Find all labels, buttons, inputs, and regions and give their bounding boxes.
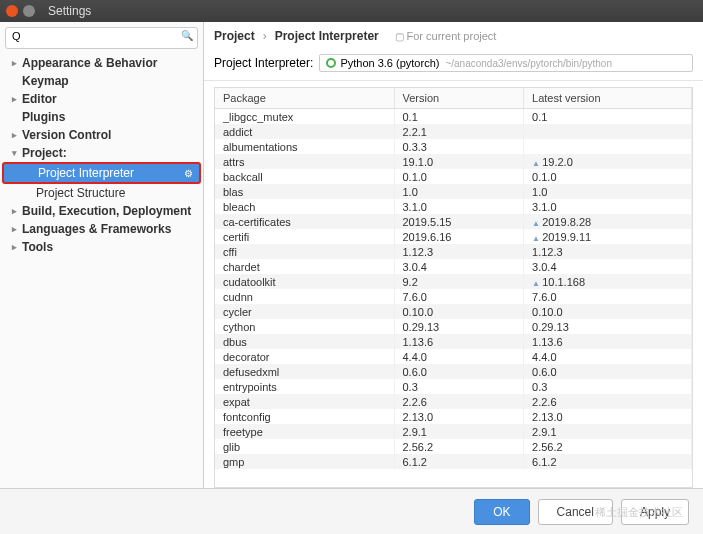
version-cell: 7.6.0 [394,289,524,304]
sidebar-item-appearance-behavior[interactable]: ▸Appearance & Behavior [0,54,203,72]
sidebar-item-build-execution-deployment[interactable]: ▸Build, Execution, Deployment [0,202,203,220]
table-row[interactable]: cudnn7.6.07.6.0 [215,289,692,304]
version-cell: 2.2.6 [394,394,524,409]
package-cell: _libgcc_mutex [215,109,394,125]
package-cell: cffi [215,244,394,259]
cancel-button[interactable]: Cancel [538,499,613,525]
package-cell: addict [215,124,394,139]
package-cell: attrs [215,154,394,169]
table-row[interactable]: expat2.2.62.2.6 [215,394,692,409]
sidebar-item-keymap[interactable]: Keymap [0,72,203,90]
latest-cell: 19.2.0 [524,154,692,169]
settings-tree: ▸Appearance & BehaviorKeymap▸EditorPlugi… [0,54,203,488]
apply-button[interactable]: Apply [621,499,689,525]
latest-cell: 3.0.4 [524,259,692,274]
version-cell: 2.56.2 [394,439,524,454]
latest-cell: 0.29.13 [524,319,692,334]
table-row[interactable]: cycler0.10.00.10.0 [215,304,692,319]
table-row[interactable]: entrypoints0.30.3 [215,379,692,394]
package-cell: blas [215,184,394,199]
table-row[interactable]: bleach3.1.03.1.0 [215,199,692,214]
latest-cell: 0.3 [524,379,692,394]
table-row[interactable]: ca-certificates2019.5.152019.8.28 [215,214,692,229]
close-icon[interactable] [6,5,18,17]
package-cell: freetype [215,424,394,439]
package-cell: entrypoints [215,379,394,394]
latest-cell: 1.0 [524,184,692,199]
latest-cell: 1.13.6 [524,334,692,349]
version-cell: 2.13.0 [394,409,524,424]
packages-table[interactable]: PackageVersionLatest version _libgcc_mut… [214,87,693,488]
table-row[interactable]: blas1.01.0 [215,184,692,199]
sidebar-item-project-structure[interactable]: Project Structure [0,184,203,202]
interpreter-label: Project Interpreter: [214,56,313,70]
table-row[interactable]: defusedxml0.6.00.6.0 [215,364,692,379]
table-row[interactable]: cudatoolkit9.210.1.168 [215,274,692,289]
table-row[interactable]: backcall0.1.00.1.0 [215,169,692,184]
sidebar-item-editor[interactable]: ▸Editor [0,90,203,108]
latest-cell: 2019.9.11 [524,229,692,244]
latest-cell: 1.12.3 [524,244,692,259]
sidebar-item-version-control[interactable]: ▸Version Control [0,126,203,144]
version-cell: 3.1.0 [394,199,524,214]
latest-cell: 0.10.0 [524,304,692,319]
table-row[interactable]: cython0.29.130.29.13 [215,319,692,334]
table-row[interactable]: dbus1.13.61.13.6 [215,334,692,349]
column-header[interactable]: Version [394,88,524,109]
version-cell: 1.12.3 [394,244,524,259]
version-cell: 0.1 [394,109,524,125]
interpreter-select[interactable]: Python 3.6 (pytorch) ~/anaconda3/envs/py… [319,54,693,72]
latest-cell: 7.6.0 [524,289,692,304]
package-cell: dbus [215,334,394,349]
latest-cell: 3.1.0 [524,199,692,214]
sidebar: Q ▸Appearance & BehaviorKeymap▸EditorPlu… [0,22,204,488]
package-cell: cudatoolkit [215,274,394,289]
table-row[interactable]: certifi2019.6.162019.9.11 [215,229,692,244]
caret-icon: ▸ [12,94,22,104]
sidebar-item-plugins[interactable]: Plugins [0,108,203,126]
caret-icon: ▸ [12,242,22,252]
table-row[interactable]: fontconfig2.13.02.13.0 [215,409,692,424]
version-cell: 0.10.0 [394,304,524,319]
latest-cell: 2.2.6 [524,394,692,409]
minimize-icon[interactable] [23,5,35,17]
package-cell: certifi [215,229,394,244]
version-cell: 0.29.13 [394,319,524,334]
version-cell: 2019.6.16 [394,229,524,244]
package-cell: gmp [215,454,394,469]
table-row[interactable]: _libgcc_mutex0.10.1 [215,109,692,125]
package-cell: cycler [215,304,394,319]
gear-icon[interactable]: ⚙ [184,168,193,179]
python-icon [326,58,336,68]
package-cell: albumentations [215,139,394,154]
version-cell: 0.6.0 [394,364,524,379]
table-row[interactable]: gmp6.1.26.1.2 [215,454,692,469]
latest-cell: 4.4.0 [524,349,692,364]
search-input[interactable]: Q [5,27,198,49]
sidebar-item-languages-frameworks[interactable]: ▸Languages & Frameworks [0,220,203,238]
package-cell: chardet [215,259,394,274]
table-row[interactable]: chardet3.0.43.0.4 [215,259,692,274]
package-cell: glib [215,439,394,454]
ok-button[interactable]: OK [474,499,529,525]
table-row[interactable]: attrs19.1.019.2.0 [215,154,692,169]
table-row[interactable]: decorator4.4.04.4.0 [215,349,692,364]
sidebar-item-project[interactable]: ▾Project: [0,144,203,162]
interpreter-path: ~/anaconda3/envs/pytorch/bin/python [445,58,612,69]
sidebar-item-tools[interactable]: ▸Tools [0,238,203,256]
column-header[interactable]: Latest version [524,88,692,109]
sidebar-item-label: Project Structure [36,186,125,200]
table-row[interactable]: albumentations0.3.3 [215,139,692,154]
table-row[interactable]: addict2.2.1 [215,124,692,139]
version-cell: 0.3.3 [394,139,524,154]
column-header[interactable]: Package [215,88,394,109]
latest-cell: 2.13.0 [524,409,692,424]
breadcrumb-root[interactable]: Project [214,29,255,43]
caret-icon: ▸ [12,130,22,140]
table-row[interactable]: glib2.56.22.56.2 [215,439,692,454]
table-row[interactable]: cffi1.12.31.12.3 [215,244,692,259]
latest-cell [524,124,692,139]
table-row[interactable]: freetype2.9.12.9.1 [215,424,692,439]
sidebar-item-project-interpreter[interactable]: Project Interpreter⚙ [2,162,201,184]
sidebar-item-label: Version Control [22,128,111,142]
